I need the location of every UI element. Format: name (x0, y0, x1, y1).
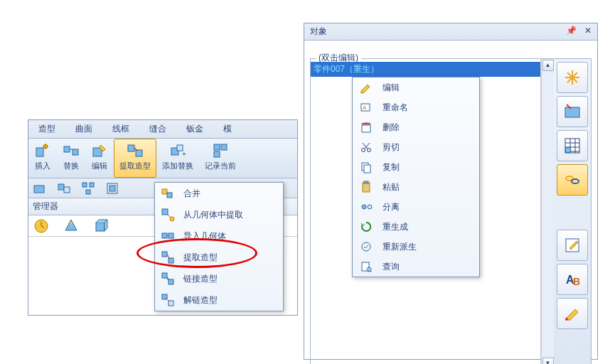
extract-shape-menu-icon (161, 250, 175, 264)
pyramid-icon[interactable] (63, 218, 80, 235)
ctx-regenerate[interactable]: 重生成 (353, 217, 479, 237)
svg-rect-24 (162, 189, 167, 194)
scrollbar[interactable]: ▲ ▼ (541, 59, 554, 364)
side-spark-button[interactable] (557, 62, 588, 93)
tab-surface[interactable]: 曲面 (65, 120, 102, 138)
ctx-delete[interactable]: 删除 (353, 117, 479, 137)
ctx-detach-label: 分离 (382, 201, 400, 213)
menu-import-geom[interactable]: 导入几何体 (155, 225, 283, 247)
copy-icon (360, 161, 373, 173)
svg-rect-10 (214, 144, 220, 150)
menu-merge-label: 合并 (183, 188, 200, 200)
record-current-button[interactable]: 记录当前 (199, 139, 242, 178)
scissors-icon (360, 141, 373, 154)
side-edit-button[interactable] (557, 230, 588, 261)
regen-icon (360, 220, 373, 233)
ctx-rename-label: 重命名 (382, 102, 408, 114)
scroll-down-icon[interactable]: ▼ (542, 358, 554, 364)
svg-rect-25 (167, 193, 172, 198)
ctx-cut[interactable]: 剪切 (353, 137, 479, 157)
add-replace-icon: + (169, 142, 186, 159)
extract-shape-button[interactable]: 提取造型 (114, 139, 156, 178)
svg-rect-29 (168, 233, 173, 238)
link-shape-icon (161, 272, 175, 286)
scroll-up-icon[interactable]: ▲ (542, 60, 554, 71)
ctx-copy[interactable]: 复制 (353, 157, 479, 177)
side-config-button[interactable] (557, 96, 588, 127)
cube-icon[interactable] (92, 218, 109, 235)
menu-link-shape[interactable]: 链接造型 (155, 268, 283, 289)
rederive-icon (360, 240, 373, 253)
tab-mold[interactable]: 模 (213, 120, 242, 138)
menu-extract-from-geom[interactable]: 从几何体中提取 (155, 204, 283, 225)
tab-wireframe[interactable]: 线框 (102, 120, 139, 138)
svg-text:+: + (182, 150, 186, 158)
tool-icon-2[interactable] (57, 181, 71, 196)
tab-sheetmetal[interactable]: 钣金 (176, 120, 213, 138)
menu-merge[interactable]: 合并 (155, 183, 283, 204)
tab-sculpt[interactable]: 造型 (28, 120, 65, 138)
panel-title-text: 对象 (310, 26, 327, 38)
edit-button[interactable]: 编辑 (85, 139, 114, 178)
tool-icon-4[interactable] (105, 181, 119, 196)
svg-rect-13 (34, 186, 44, 193)
tool-icon-1[interactable] (33, 181, 47, 196)
side-link-button[interactable] (557, 164, 588, 196)
menu-unlink-shape[interactable]: 解链造型 (155, 289, 283, 311)
tree-item-part[interactable]: 零件007（重生） (311, 62, 540, 77)
detach-icon (360, 200, 373, 213)
svg-rect-23 (96, 223, 105, 231)
ctx-query[interactable]: 查询 (353, 257, 479, 277)
svg-rect-35 (168, 301, 173, 306)
svg-text:A: A (363, 105, 367, 111)
import-geom-icon (161, 229, 175, 243)
paste-icon (360, 181, 373, 193)
tab-sew[interactable]: 缝合 (139, 120, 176, 138)
add-replace-button[interactable]: + 添加替换 (156, 139, 199, 178)
context-menu: 编辑 A重命名 删除 剪切 复制 粘贴 分离 重生成 重新派生 查询 (352, 77, 480, 277)
insert-button[interactable]: 插入 (28, 139, 57, 178)
svg-rect-53 (364, 181, 368, 183)
pin-icon[interactable]: 📌 (566, 26, 577, 36)
ctx-detach[interactable]: 分离 (353, 197, 479, 217)
ctx-rename[interactable]: A重命名 (353, 97, 479, 117)
ctx-paste-label: 粘贴 (382, 181, 400, 193)
merge-icon (161, 186, 175, 200)
svg-rect-36 (565, 107, 579, 117)
svg-rect-32 (162, 273, 167, 278)
rename-icon: A (360, 101, 373, 114)
clock-icon[interactable] (33, 218, 50, 235)
svg-rect-47 (362, 125, 370, 132)
close-icon[interactable]: ✕ (584, 26, 592, 36)
add-replace-label: 添加替换 (162, 161, 193, 171)
svg-rect-12 (214, 151, 220, 157)
svg-point-49 (368, 149, 371, 152)
side-toolbar: AB (554, 59, 591, 364)
svg-point-44 (565, 318, 568, 321)
insert-label: 插入 (34, 161, 51, 171)
svg-rect-33 (168, 279, 173, 284)
query-icon (360, 260, 373, 273)
svg-rect-20 (109, 186, 115, 191)
extract-shape-dropdown: 合并 从几何体中提取 导入几何体 提取造型 链接造型 解链造型 (154, 182, 284, 311)
side-paint-button[interactable] (557, 298, 588, 329)
extract-shape-label: 提取造型 (119, 161, 151, 171)
svg-rect-51 (364, 165, 370, 173)
menu-extract-shape[interactable]: 提取造型 (155, 247, 283, 268)
ctx-rederive[interactable]: 重新派生 (353, 237, 479, 257)
replace-button[interactable]: 替换 (57, 139, 85, 178)
menu-extract-from-geom-label: 从几何体中提取 (183, 209, 243, 221)
ctx-edit-label: 编辑 (382, 82, 400, 94)
menu-extract-shape-label: 提取造型 (183, 252, 218, 264)
ctx-edit[interactable]: 编辑 (353, 77, 479, 97)
menu-import-geom-label: 导入几何体 (183, 230, 226, 242)
edit-icon (91, 142, 108, 159)
ribbon-bar: 插入 替换 编辑 提取造型 + 添加替换 记录当前 (28, 139, 297, 178)
pencil-icon (360, 81, 373, 94)
tool-icon-3[interactable] (81, 181, 95, 196)
side-rename-button[interactable]: AB (557, 264, 588, 295)
record-icon (212, 142, 229, 159)
svg-rect-0 (36, 148, 43, 156)
ctx-paste[interactable]: 粘贴 (353, 177, 479, 197)
side-table-button[interactable] (557, 130, 588, 161)
